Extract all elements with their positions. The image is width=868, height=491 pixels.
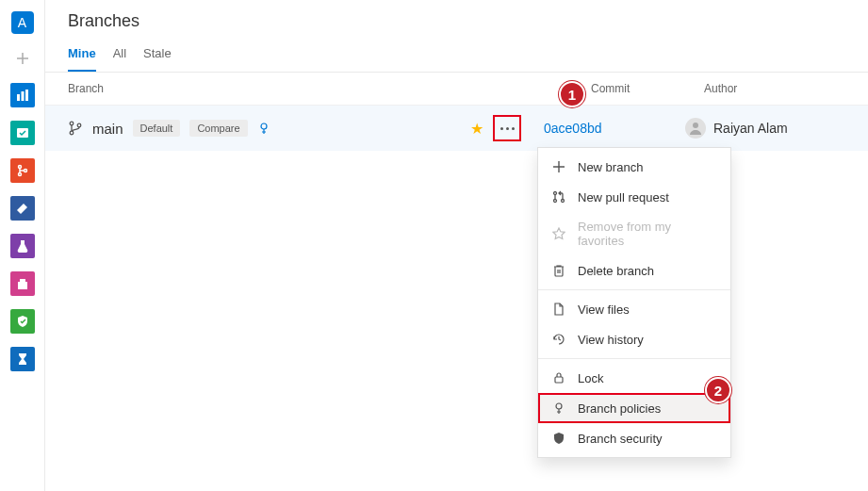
svg-point-13 xyxy=(693,123,698,128)
menu-view-history[interactable]: View history xyxy=(538,324,730,354)
branch-context-menu: New branch New pull request Remove from … xyxy=(537,147,731,458)
menu-label: Branch policies xyxy=(578,401,661,416)
nav-item-test[interactable] xyxy=(10,234,35,258)
menu-delete-branch[interactable]: Delete branch xyxy=(538,255,730,286)
nav-item-boards[interactable] xyxy=(10,83,35,107)
nav-item-work[interactable] xyxy=(10,121,35,145)
svg-point-12 xyxy=(261,123,267,129)
more-icon xyxy=(500,127,515,130)
menu-label: View files xyxy=(578,303,630,317)
menu-remove-favorites: Remove from my favorites xyxy=(538,212,730,255)
svg-point-18 xyxy=(556,403,562,409)
branch-policy-icon xyxy=(257,122,270,135)
column-author: Author xyxy=(704,82,845,95)
svg-rect-7 xyxy=(18,282,27,289)
svg-point-14 xyxy=(554,192,557,195)
column-branch: Branch xyxy=(68,82,426,95)
nav-item-pipelines[interactable] xyxy=(10,196,35,221)
svg-point-4 xyxy=(18,166,21,169)
column-commit: Commit xyxy=(591,82,704,95)
tab-all[interactable]: All xyxy=(113,39,126,72)
branch-icon xyxy=(68,121,83,136)
svg-rect-2 xyxy=(25,90,28,101)
menu-label: Delete branch xyxy=(578,264,654,278)
svg-rect-1 xyxy=(21,91,24,101)
main-content: Branches Mine All Stale Branch Commit Au… xyxy=(45,0,868,491)
policy-icon xyxy=(551,401,566,416)
more-options-button[interactable] xyxy=(493,115,521,141)
branch-name-cell: main Default Compare xyxy=(68,120,426,137)
author-avatar-icon xyxy=(685,118,706,139)
compare-chip: Compare xyxy=(189,120,247,137)
favorite-star-icon[interactable]: ★ xyxy=(470,120,483,138)
page-title: Branches xyxy=(45,0,868,39)
svg-point-6 xyxy=(24,170,26,172)
menu-branch-security[interactable]: Branch security xyxy=(538,423,730,453)
svg-rect-8 xyxy=(20,279,25,282)
menu-label: Remove from my favorites xyxy=(578,220,717,248)
tabs: Mine All Stale xyxy=(45,39,868,73)
svg-point-15 xyxy=(554,200,557,203)
branch-name-label: main xyxy=(92,121,123,137)
author-name-label: Raiyan Alam xyxy=(713,121,788,136)
svg-point-9 xyxy=(70,122,74,125)
default-chip: Default xyxy=(133,120,181,137)
menu-new-pr[interactable]: New pull request xyxy=(538,182,730,212)
svg-point-10 xyxy=(70,131,74,135)
svg-rect-17 xyxy=(555,377,563,383)
menu-label: Branch security xyxy=(578,432,663,446)
table-header: Branch Commit Author xyxy=(45,73,868,106)
callout-marker-1: 1 xyxy=(559,81,585,107)
add-project-icon[interactable] xyxy=(11,47,34,70)
file-icon xyxy=(551,302,566,317)
nav-item-compliance[interactable] xyxy=(10,309,35,334)
commit-cell: 0ace08bd xyxy=(544,121,685,136)
nav-item-time[interactable] xyxy=(10,347,35,371)
menu-new-branch[interactable]: New branch xyxy=(538,152,730,182)
commit-hash-link[interactable]: 0ace08bd xyxy=(544,121,602,136)
svg-point-5 xyxy=(18,173,21,176)
star-outline-icon xyxy=(551,226,566,241)
menu-label: Lock xyxy=(578,371,603,385)
author-cell: Raiyan Alam xyxy=(685,118,845,139)
branch-row-main[interactable]: main Default Compare ★ 0ace08bd Raiyan A… xyxy=(45,106,868,151)
svg-rect-0 xyxy=(17,94,20,101)
menu-divider xyxy=(538,358,730,359)
callout-marker-2: 2 xyxy=(705,377,731,403)
menu-label: View history xyxy=(578,333,644,347)
menu-branch-policies[interactable]: Branch policies xyxy=(538,393,730,423)
tab-stale[interactable]: Stale xyxy=(143,39,172,72)
nav-item-repos[interactable] xyxy=(10,158,35,183)
svg-point-16 xyxy=(562,200,565,203)
left-nav-rail: A xyxy=(0,0,45,491)
tab-mine[interactable]: Mine xyxy=(68,39,96,72)
svg-point-11 xyxy=(77,123,81,127)
shield-icon xyxy=(551,431,566,446)
menu-view-files[interactable]: View files xyxy=(538,294,730,324)
history-icon xyxy=(551,332,566,347)
menu-label: New branch xyxy=(578,160,643,174)
plus-icon xyxy=(551,159,566,174)
trash-icon xyxy=(551,263,566,278)
row-actions: ★ xyxy=(470,115,521,141)
pull-request-icon xyxy=(551,189,566,205)
nav-item-artifacts[interactable] xyxy=(10,271,35,296)
lock-icon xyxy=(551,370,566,385)
menu-lock[interactable]: Lock xyxy=(538,363,730,393)
project-badge[interactable]: A xyxy=(11,11,34,34)
menu-divider xyxy=(538,289,730,290)
menu-label: New pull request xyxy=(578,190,669,205)
